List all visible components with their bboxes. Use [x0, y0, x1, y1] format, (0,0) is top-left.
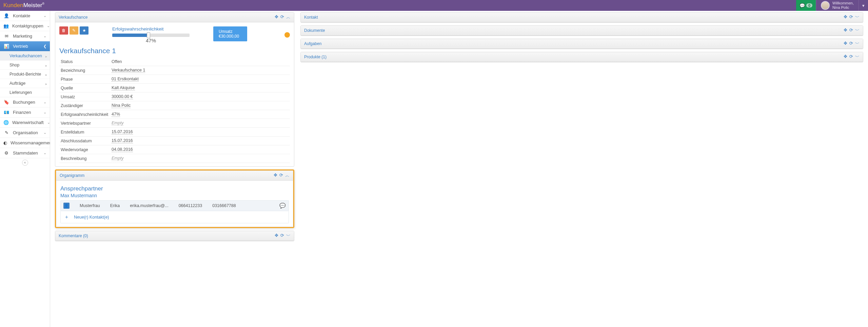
- panel-title: Kontakt: [304, 15, 844, 20]
- edit-button[interactable]: ✎: [70, 26, 78, 35]
- sidebar-item-vertrieb[interactable]: 📊 Vertrieb ❮: [0, 41, 50, 52]
- user-menu-caret[interactable]: ▾: [859, 0, 868, 11]
- property-row: QuelleKalt Akquise: [59, 84, 290, 93]
- sidebar-sub-item[interactable]: Verkaufschancen▸: [0, 52, 50, 61]
- collapse-icon[interactable]: ︿: [286, 14, 291, 20]
- property-value[interactable]: 01 Erstkontakt: [110, 75, 290, 84]
- sidebar-item[interactable]: 👤Kontakte⌄: [0, 11, 50, 21]
- property-value[interactable]: 15.07.2016: [110, 128, 290, 137]
- verkaufschance-panel: Verkaufschance ✥ ⟳ ︿ 🗑 ✎ ★: [55, 12, 294, 167]
- panel-title: Verkaufschance: [59, 15, 275, 20]
- contact-row[interactable]: 👤 Musterfrau Erika erika.musterfrau@... …: [60, 200, 289, 211]
- sidebar: 👤Kontakte⌄👥Kontaktgruppen⌄✉Marketing⌄ 📊 …: [0, 11, 50, 327]
- status-indicator: [284, 32, 290, 38]
- sidebar-item[interactable]: 💶Finanzen⌄: [0, 107, 50, 118]
- sidebar-item[interactable]: 👥Kontaktgruppen⌄: [0, 21, 50, 31]
- property-value[interactable]: 30000.00 €: [110, 93, 290, 101]
- sidebar-item[interactable]: 🌐Warenwirtschaft⌄: [0, 118, 50, 128]
- property-value[interactable]: Verkaufschance 1: [110, 66, 290, 75]
- sidebar-sub-item[interactable]: Aufträge▸: [0, 79, 50, 88]
- ansprechpartner-title: Ansprechpartner: [60, 185, 289, 192]
- expand-icon[interactable]: ﹀: [855, 54, 860, 60]
- refresh-icon[interactable]: ⟳: [849, 14, 853, 20]
- welcome-text: Willkommen,: [832, 1, 854, 5]
- chevron-icon: ⌄: [43, 14, 46, 18]
- sidebar-item[interactable]: 🔖Buchungen⌄: [0, 97, 50, 107]
- expand-icon[interactable]: ﹀: [286, 233, 291, 239]
- expand-icon[interactable]: ﹀: [855, 27, 860, 34]
- move-icon[interactable]: ✥: [275, 233, 278, 239]
- chat-icon: 💬: [800, 3, 805, 8]
- sidebar-item[interactable]: ⚙Stammdaten⌄: [0, 148, 50, 158]
- property-value[interactable]: Kalt Akquise: [110, 84, 290, 93]
- star-button[interactable]: ★: [80, 26, 88, 35]
- side-panel: Aufgaben✥⟳﹀: [300, 39, 863, 49]
- property-row: StatusOffen: [59, 58, 290, 66]
- chevron-icon: ⌄: [43, 151, 46, 155]
- sidebar-collapse[interactable]: «: [0, 158, 50, 167]
- chevron-icon: ⌄: [43, 110, 46, 115]
- probability-label: Erfolgswahrscheinlichkeit: [112, 26, 190, 32]
- collapse-icon[interactable]: ︿: [285, 172, 290, 179]
- refresh-icon[interactable]: ⟳: [279, 172, 283, 179]
- move-icon[interactable]: ✥: [844, 27, 847, 34]
- refresh-icon[interactable]: ⟳: [849, 27, 853, 34]
- sidebar-sub-item[interactable]: Lieferungen: [0, 88, 50, 97]
- username: Nina Polic: [832, 5, 854, 10]
- probability-slider[interactable]: [112, 34, 190, 37]
- property-value[interactable]: Offen: [110, 58, 290, 66]
- add-contact-button[interactable]: ＋ Neue(r) Kontakt(e): [60, 211, 289, 223]
- comment-icon[interactable]: 💬: [279, 203, 286, 209]
- sidebar-item[interactable]: ◐Wissensmanagement⌄: [0, 138, 50, 148]
- avatar: [821, 1, 830, 10]
- content-area: Verkaufschance ✥ ⟳ ︿ 🗑 ✎ ★: [50, 11, 868, 327]
- chat-count: 0: [806, 3, 812, 7]
- property-value[interactable]: Empty: [110, 119, 290, 128]
- chart-icon: 📊: [3, 44, 9, 49]
- refresh-icon[interactable]: ⟳: [280, 233, 284, 239]
- property-value[interactable]: Empty: [110, 154, 290, 163]
- umsatz-box: Umsatz €30.000,00: [213, 26, 247, 41]
- expand-icon[interactable]: ﹀: [855, 14, 860, 20]
- property-row: BezeichnungVerkaufschance 1: [59, 66, 290, 75]
- person-icon: 👤: [63, 203, 70, 209]
- move-icon[interactable]: ✥: [274, 172, 277, 179]
- expand-icon[interactable]: ﹀: [855, 41, 860, 47]
- property-row: Wiedervorlage04.08.2016: [59, 145, 290, 154]
- refresh-icon[interactable]: ⟳: [849, 41, 853, 47]
- refresh-icon[interactable]: ⟳: [849, 54, 853, 60]
- property-value[interactable]: 15.07.2016: [110, 137, 290, 145]
- panel-title: Produkte (1): [304, 55, 844, 59]
- side-panel: Dokumente✥⟳﹀: [300, 25, 863, 36]
- move-icon[interactable]: ✥: [275, 14, 278, 20]
- refresh-icon[interactable]: ⟳: [280, 14, 284, 20]
- move-icon[interactable]: ✥: [844, 14, 847, 20]
- page-title: Verkaufschance 1: [59, 47, 290, 55]
- side-panel: Produkte (1)✥⟳﹀: [300, 52, 863, 62]
- property-value[interactable]: Nina Polic: [110, 101, 290, 110]
- sidebar-item[interactable]: ✉Marketing⌄: [0, 31, 50, 41]
- property-value[interactable]: 47%: [110, 110, 290, 119]
- panel-title: Aufgaben: [304, 41, 844, 46]
- plus-icon: ＋: [64, 214, 69, 220]
- person-name: Max Mustermann: [60, 193, 289, 198]
- property-row: ZuständigerNina Polic: [59, 101, 290, 110]
- panel-title: Kommentare (0): [59, 233, 275, 238]
- property-row: Abschlussdatum15.07.2016: [59, 137, 290, 145]
- sidebar-sub-item[interactable]: Shop▸: [0, 61, 50, 70]
- move-icon[interactable]: ✥: [844, 54, 847, 60]
- delete-button[interactable]: 🗑: [59, 26, 68, 35]
- sidebar-item[interactable]: ✎Organisation⌄: [0, 128, 50, 138]
- chat-button[interactable]: 💬 0: [796, 0, 816, 11]
- user-menu[interactable]: Willkommen, Nina Polic: [816, 0, 859, 11]
- triangle-icon: ▸: [45, 82, 47, 86]
- property-row: Erfolgswahrscheinlichkeit47%: [59, 110, 290, 119]
- property-value[interactable]: 04.08.2016: [110, 145, 290, 154]
- chevron-icon: ⌄: [43, 34, 46, 38]
- triangle-icon: ▸: [45, 64, 47, 67]
- sidebar-sub-item[interactable]: Produkt-Berichte▸: [0, 70, 50, 79]
- property-row: Phase01 Erstkontakt: [59, 75, 290, 84]
- move-icon[interactable]: ✥: [844, 41, 847, 47]
- property-row: BeschreibungEmpty: [59, 154, 290, 163]
- panel-title: Dokumente: [304, 28, 844, 33]
